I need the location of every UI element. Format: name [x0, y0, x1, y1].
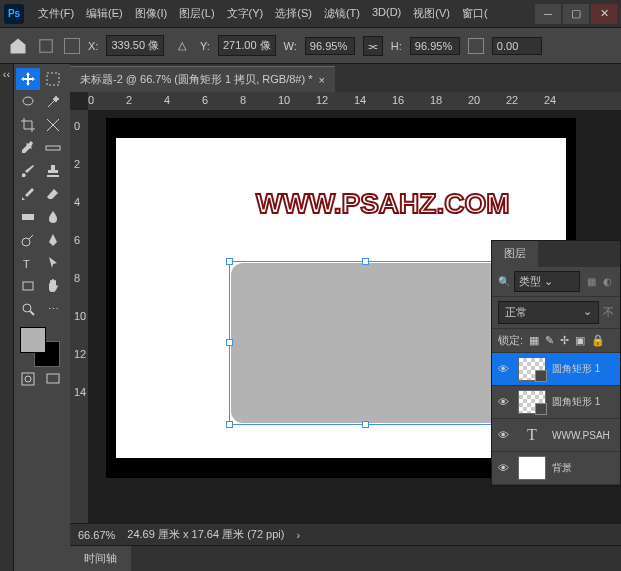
tab-close-icon[interactable]: × [318, 74, 324, 86]
visibility-icon[interactable]: 👁 [498, 396, 512, 408]
layers-panel: 图层 🔍 类型 ⌄ ▦ ◐ 正常⌄ 不 锁定: ▦ ✎ ✢ ▣ 🔒 👁圆角矩形 … [491, 240, 621, 486]
document-tab[interactable]: 未标题-2 @ 66.7% (圆角矩形 1 拷贝, RGB/8#) * × [70, 66, 335, 92]
menu-item[interactable]: 窗口( [456, 2, 494, 25]
search-icon[interactable]: 🔍 [498, 276, 510, 287]
status-arrow-icon[interactable]: › [296, 529, 300, 541]
link-icon[interactable]: ⫘ [363, 36, 383, 56]
triangle-icon[interactable]: △ [172, 36, 192, 56]
brush-tool[interactable] [16, 160, 40, 182]
collapse-bar[interactable]: ‹‹ [0, 64, 14, 571]
y-value[interactable]: 271.00 像 [218, 35, 276, 56]
w-value[interactable]: 96.95% [305, 37, 355, 55]
rotate-box[interactable] [468, 38, 484, 54]
pen-tool[interactable] [41, 229, 65, 251]
maximize-button[interactable]: ▢ [563, 4, 589, 24]
layer-thumbnail[interactable] [518, 390, 546, 414]
layer-row[interactable]: 👁圆角矩形 1 [492, 353, 620, 386]
eraser-tool[interactable] [41, 183, 65, 205]
blur-tool[interactable] [41, 206, 65, 228]
artboard-tool[interactable] [41, 68, 65, 90]
horizontal-ruler: 024681012141618202224 [88, 92, 621, 110]
menu-item[interactable]: 文件(F) [32, 2, 80, 25]
transform-icon[interactable] [36, 36, 56, 56]
filter-adjust-icon[interactable]: ◐ [600, 275, 614, 289]
h-value[interactable]: 96.95% [410, 37, 460, 55]
home-icon[interactable] [8, 36, 28, 56]
svg-text:T: T [23, 258, 30, 270]
visibility-icon[interactable]: 👁 [498, 363, 512, 375]
minimize-button[interactable]: ─ [535, 4, 561, 24]
zoom-tool[interactable] [16, 298, 40, 320]
slice-tool[interactable] [41, 114, 65, 136]
close-button[interactable]: ✕ [591, 4, 617, 24]
menu-item[interactable]: 视图(V) [407, 2, 456, 25]
toolbox: T ⋯ [14, 64, 70, 571]
blend-mode-select[interactable]: 正常⌄ [498, 301, 599, 324]
layer-thumbnail[interactable] [518, 357, 546, 381]
lock-all-icon[interactable]: 🔒 [591, 334, 605, 347]
zoom-level[interactable]: 66.67% [78, 529, 115, 541]
type-tool[interactable]: T [16, 252, 40, 274]
layer-name: 背景 [552, 461, 572, 475]
stamp-tool[interactable] [41, 160, 65, 182]
dodge-tool[interactable] [16, 229, 40, 251]
gradient-tool[interactable] [16, 206, 40, 228]
timeline-tab[interactable]: 时间轴 [70, 546, 131, 571]
transform-bounds[interactable] [229, 261, 503, 425]
reference-point[interactable] [64, 38, 80, 54]
handle-w[interactable] [226, 339, 233, 346]
layers-tab[interactable]: 图层 [492, 241, 538, 267]
svg-rect-0 [40, 39, 53, 52]
path-tool[interactable] [41, 252, 65, 274]
blend-mode-row: 正常⌄ 不 [492, 297, 620, 329]
x-value[interactable]: 339.50 像 [106, 35, 164, 56]
move-tool[interactable] [16, 68, 40, 90]
layer-row[interactable]: 👁TWWW.PSAH [492, 419, 620, 452]
svg-rect-4 [22, 214, 34, 220]
lock-brush-icon[interactable]: ✎ [545, 334, 554, 347]
menu-item[interactable]: 选择(S) [269, 2, 318, 25]
filter-type-select[interactable]: 类型 ⌄ [514, 271, 580, 292]
handle-sw[interactable] [226, 421, 233, 428]
lock-pixels-icon[interactable]: ▦ [529, 334, 539, 347]
rectangle-tool[interactable] [16, 275, 40, 297]
handle-n[interactable] [362, 258, 369, 265]
visibility-icon[interactable]: 👁 [498, 462, 512, 474]
layer-thumbnail[interactable]: T [518, 423, 546, 447]
visibility-icon[interactable]: 👁 [498, 429, 512, 441]
ruler-tool[interactable] [41, 137, 65, 159]
layer-thumbnail[interactable] [518, 456, 546, 480]
menu-item[interactable]: 3D(D) [366, 2, 407, 25]
crop-tool[interactable] [16, 114, 40, 136]
filter-icons: ▦ ◐ [584, 275, 614, 289]
menu-item[interactable]: 滤镜(T) [318, 2, 366, 25]
handle-s[interactable] [362, 421, 369, 428]
opacity-hint: 不 [603, 305, 614, 320]
menu-item[interactable]: 图像(I) [129, 2, 173, 25]
rotation-value[interactable]: 0.00 [492, 37, 542, 55]
menu-item[interactable]: 图层(L) [173, 2, 220, 25]
lock-artboard-icon[interactable]: ▣ [575, 334, 585, 347]
filter-image-icon[interactable]: ▦ [584, 275, 598, 289]
menu-item[interactable]: 文字(Y) [221, 2, 270, 25]
screen-mode[interactable] [41, 368, 65, 390]
handle-nw[interactable] [226, 258, 233, 265]
svg-rect-7 [23, 282, 33, 290]
color-swatches[interactable] [16, 327, 68, 367]
foreground-color[interactable] [20, 327, 46, 353]
quick-mask[interactable] [16, 368, 40, 390]
lock-position-icon[interactable]: ✢ [560, 334, 569, 347]
ps-logo: Ps [4, 4, 24, 24]
eyedropper-tool[interactable] [16, 137, 40, 159]
layer-row[interactable]: 👁圆角矩形 1 [492, 386, 620, 419]
lasso-tool[interactable] [16, 91, 40, 113]
magic-wand-tool[interactable] [41, 91, 65, 113]
bottom-panel-tabs: 时间轴 [70, 545, 621, 571]
history-brush-tool[interactable] [16, 183, 40, 205]
menu-item[interactable]: 编辑(E) [80, 2, 129, 25]
layer-row[interactable]: 👁背景 [492, 452, 620, 485]
svg-point-8 [23, 304, 31, 312]
hand-tool[interactable] [41, 275, 65, 297]
w-label: W: [284, 40, 297, 52]
edit-toolbar[interactable]: ⋯ [41, 298, 65, 320]
